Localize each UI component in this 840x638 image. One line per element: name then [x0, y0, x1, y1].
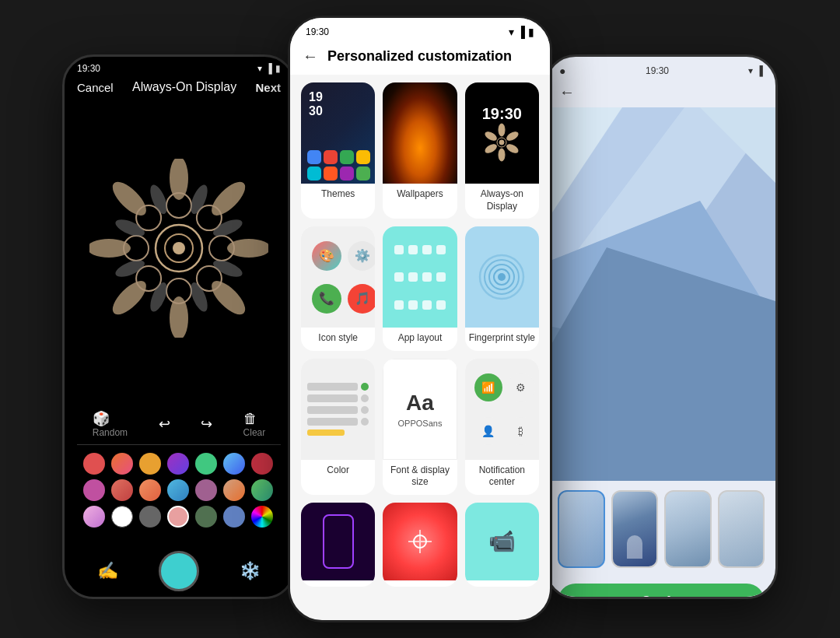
aod-item[interactable]: 19:30 [465, 82, 539, 219]
right-signal-icon: ▐ [756, 65, 763, 76]
thumbnails-row [547, 481, 775, 577]
color-dot[interactable] [251, 453, 273, 475]
wallpaper-svg [547, 107, 775, 481]
random-icon[interactable]: 🎲 [93, 410, 128, 427]
font-label: Font & display size [383, 464, 457, 489]
icon-style-item[interactable]: 🎨 ⚙️ 📞 🎵 Icon style [301, 226, 375, 351]
svg-point-2 [227, 239, 268, 258]
themes-thumb: 1930 [301, 82, 375, 184]
icon-circle: 🎨 [312, 241, 341, 271]
left-top-bar: Cancel Always-On Display Next [65, 77, 293, 100]
back-button[interactable]: ← [303, 47, 318, 65]
color-item[interactable]: Color [301, 359, 375, 495]
color-dot[interactable] [167, 506, 189, 528]
aod-thumb: 19:30 [465, 82, 539, 184]
left-time: 19:30 [77, 63, 100, 74]
undo-icon[interactable]: ↩ [159, 415, 170, 433]
delete-icon[interactable]: 🗑 [243, 411, 266, 427]
svg-point-28 [506, 130, 520, 142]
next-button[interactable]: Next [255, 81, 281, 94]
right-back-button[interactable]: ← [559, 83, 575, 101]
color-dot[interactable] [251, 479, 273, 501]
color-dot[interactable] [223, 479, 245, 501]
svg-point-4 [170, 296, 188, 338]
thumb-3[interactable] [664, 490, 712, 568]
layout-dot [394, 245, 404, 254]
themes-item[interactable]: 1930 Themes [301, 82, 375, 219]
bottom-controls: 🎲 Random ↩ ↪ 🗑 Clear [65, 396, 293, 543]
lockscreen-item[interactable] [301, 503, 375, 587]
notification-item[interactable]: 📶 ⚙ 👤 ₿ Notification center [465, 359, 539, 495]
color-dot[interactable] [251, 506, 273, 528]
thumb-1[interactable] [558, 490, 605, 568]
thumb-2[interactable] [611, 490, 659, 568]
layout-dot [436, 300, 446, 310]
color-dot[interactable] [223, 506, 245, 528]
left-status-icons: ▾ ▐ ▮ [257, 63, 281, 74]
wallpapers-item[interactable]: Wallpapers [383, 82, 457, 219]
color-dot[interactable] [195, 479, 217, 501]
snowflake-icon[interactable]: ❄️ [240, 561, 261, 581]
color-dot[interactable] [111, 453, 133, 475]
color-dot[interactable] [83, 479, 105, 501]
mini-icon [340, 167, 354, 181]
phone-left: 19:30 ▾ ▐ ▮ Cancel Always-On Display Nex… [62, 54, 296, 599]
layout-dot [422, 245, 432, 254]
capture-button[interactable] [159, 551, 199, 591]
svg-point-5 [107, 275, 152, 320]
mandala-svg [89, 159, 268, 338]
clear-label: Clear [243, 427, 266, 438]
grid-row-4: 📹 [301, 503, 539, 587]
color-dot[interactable] [139, 453, 161, 475]
phone-center: 19:30 ▾ ▐ ▮ ← Personalized customization… [288, 16, 552, 622]
fingerprint-thumb [465, 226, 539, 328]
notif-tune: ⚙ [507, 373, 535, 401]
app-layout-item[interactable]: App layout [383, 226, 457, 351]
center-battery-icon: ▮ [528, 26, 534, 38]
svg-point-31 [485, 142, 499, 154]
color-dot[interactable] [83, 506, 105, 528]
app-layout-label: App layout [395, 332, 446, 345]
animation-thumb [383, 503, 457, 580]
right-wifi-icon: ▾ [748, 65, 753, 76]
video-call-item[interactable]: 📹 [465, 503, 539, 587]
cancel-button[interactable]: Cancel [77, 81, 114, 94]
random-label: Random [93, 427, 128, 438]
color-dot[interactable] [167, 479, 189, 501]
grid-row-2: 🎨 ⚙️ 📞 🎵 Icon style [301, 226, 539, 351]
lockscreen-thumb [301, 503, 375, 580]
svg-point-26 [173, 242, 185, 254]
color-dot[interactable] [139, 479, 161, 501]
right-nav-bar: ← [547, 80, 775, 107]
clear-control: 🗑 Clear [243, 411, 266, 438]
signature-icon[interactable]: ✍️ [97, 561, 118, 581]
redo-icon[interactable]: ↪ [201, 415, 212, 433]
font-item[interactable]: Aa OPPOSans Font & display size [383, 359, 457, 495]
notif-wifi: 📶 [474, 373, 502, 401]
center-content: 1930 Themes [290, 75, 550, 615]
thumb-4[interactable] [718, 490, 765, 568]
color-dot[interactable] [195, 506, 217, 528]
svg-point-32 [485, 130, 499, 142]
center-wifi-icon: ▾ [509, 26, 514, 38]
color-dot[interactable] [83, 453, 105, 475]
color-dot[interactable] [111, 479, 133, 501]
layout-dot [394, 300, 404, 310]
video-call-thumb: 📹 [465, 503, 539, 580]
right-status-bar: ● 19:30 ▾ ▐ [547, 57, 775, 80]
aod-label: Always-on Display [465, 188, 539, 212]
wifi-icon: ▾ [257, 63, 262, 74]
svg-point-6 [89, 239, 131, 258]
color-dot[interactable] [111, 506, 133, 528]
color-dot[interactable] [195, 453, 217, 475]
icon-circle: 🎵 [348, 284, 375, 314]
color-dot[interactable] [167, 453, 189, 475]
svg-point-7 [107, 177, 152, 221]
mini-icon [340, 150, 354, 164]
animation-item[interactable] [383, 503, 457, 587]
icon-circle: 📞 [312, 284, 341, 314]
color-dot[interactable] [223, 453, 245, 475]
set-as-button[interactable]: Set As [558, 584, 765, 599]
color-dot[interactable] [139, 506, 161, 528]
fingerprint-item[interactable]: Fingerprint style [465, 226, 539, 351]
